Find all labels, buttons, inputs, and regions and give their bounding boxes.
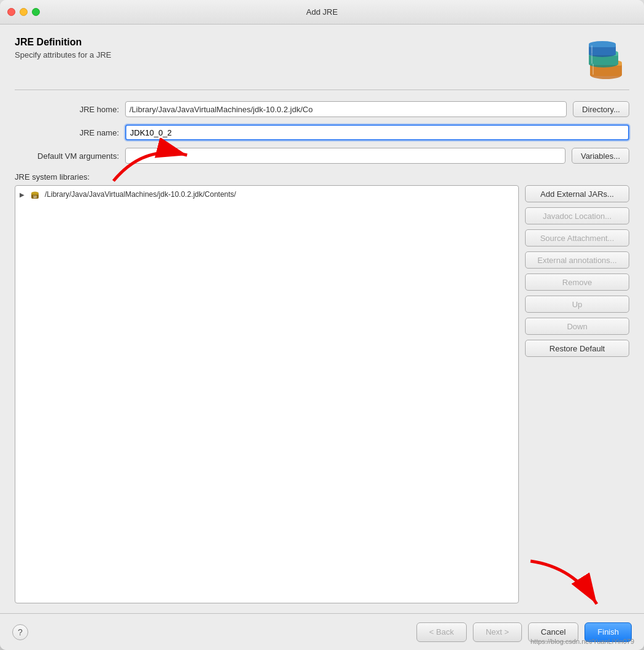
libraries-area: ▶ 10 /Library/Java/JavaVirtualMachines/j… bbox=[15, 185, 629, 603]
window: Add JRE JRE Definition Specify attribute… bbox=[0, 0, 644, 650]
form-section: JRE home: Directory... JRE name: Default… bbox=[15, 101, 629, 164]
up-button[interactable]: Up bbox=[525, 296, 629, 313]
window-title: Add JRE bbox=[306, 7, 337, 17]
svg-rect-14 bbox=[592, 64, 594, 75]
header-subtext: Specify attributes for a JRE bbox=[15, 50, 112, 59]
javadoc-location-button[interactable]: Javadoc Location... bbox=[525, 207, 629, 224]
jre-home-label: JRE home: bbox=[15, 105, 119, 114]
books-svg bbox=[580, 37, 629, 80]
header-separator bbox=[15, 90, 629, 90]
svg-rect-12 bbox=[591, 45, 592, 54]
library-item[interactable]: ▶ 10 /Library/Java/JavaVirtualMachines/j… bbox=[15, 186, 518, 203]
source-attachment-button[interactable]: Source Attachment... bbox=[525, 229, 629, 247]
jre-name-input[interactable] bbox=[125, 124, 629, 140]
minimize-button[interactable] bbox=[20, 8, 28, 16]
jre-name-row: JRE name: bbox=[15, 124, 629, 140]
svg-rect-13 bbox=[591, 54, 592, 64]
restore-default-button[interactable]: Restore Default bbox=[525, 340, 629, 357]
next-button[interactable]: Next > bbox=[473, 622, 522, 642]
jre-home-row: JRE home: Directory... bbox=[15, 101, 629, 117]
maximize-button[interactable] bbox=[32, 8, 40, 16]
content: JRE Definition Specify attributes for a … bbox=[0, 25, 644, 613]
back-button[interactable]: < Back bbox=[416, 622, 467, 642]
libraries-buttons: Add External JARs... Javadoc Location...… bbox=[525, 185, 629, 603]
header-heading: JRE Definition bbox=[15, 37, 112, 48]
svg-text:10: 10 bbox=[33, 195, 37, 199]
libraries-list[interactable]: ▶ 10 /Library/Java/JavaVirtualMachines/j… bbox=[15, 185, 519, 603]
variables-button[interactable]: Variables... bbox=[572, 148, 629, 164]
expand-arrow-icon[interactable]: ▶ bbox=[19, 191, 25, 197]
close-button[interactable] bbox=[7, 8, 15, 16]
external-annotations-button[interactable]: External annotations... bbox=[525, 251, 629, 269]
header-section: JRE Definition Specify attributes for a … bbox=[15, 37, 629, 80]
down-button[interactable]: Down bbox=[525, 318, 629, 335]
books-icon bbox=[580, 37, 629, 80]
header-text: JRE Definition Specify attributes for a … bbox=[15, 37, 112, 59]
jar-icon: 10 bbox=[29, 188, 41, 201]
add-external-jars-button[interactable]: Add External JARs... bbox=[525, 185, 629, 202]
library-path: /Library/Java/JavaVirtualMachines/jdk-10… bbox=[45, 190, 236, 199]
default-vm-label: Default VM arguments: bbox=[15, 151, 119, 161]
watermark: https://blog.csdn.net/YuanLiYin079 bbox=[531, 638, 634, 645]
default-vm-row: Default VM arguments: Variables... bbox=[15, 148, 629, 164]
system-libraries-label: JRE system libraries: bbox=[15, 172, 629, 182]
default-vm-input[interactable] bbox=[125, 148, 565, 164]
titlebar: Add JRE bbox=[0, 0, 644, 25]
jre-home-input[interactable] bbox=[125, 101, 567, 117]
svg-point-11 bbox=[589, 41, 616, 47]
remove-button[interactable]: Remove bbox=[525, 273, 629, 291]
jre-name-label: JRE name: bbox=[15, 128, 119, 137]
help-button[interactable]: ? bbox=[12, 624, 28, 640]
directory-button[interactable]: Directory... bbox=[573, 101, 629, 117]
traffic-lights bbox=[7, 8, 40, 16]
